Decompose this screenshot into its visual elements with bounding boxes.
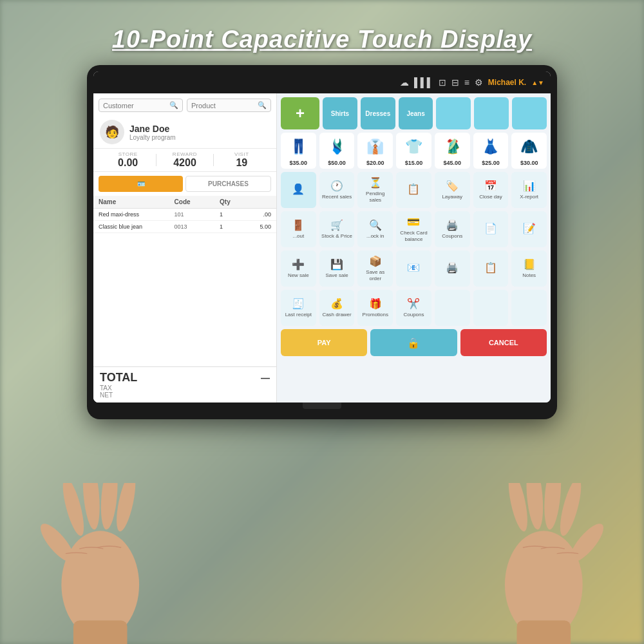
cat-jeans-button[interactable]: Jeans	[399, 97, 433, 129]
action-7b-button[interactable]: 📝	[511, 211, 547, 247]
last-receipt-button[interactable]: 🧾 Last receipt	[281, 290, 316, 326]
product-item-5[interactable]: 🥻 $45.00	[435, 133, 470, 169]
row1-name: Red maxi-dress	[99, 211, 175, 218]
action-6d-button[interactable]	[473, 290, 509, 326]
promotions-button[interactable]: 🎁 Promotions	[357, 290, 393, 326]
action-7d-button[interactable]	[511, 290, 547, 326]
action-4-icon: 📋	[407, 183, 420, 195]
lock-button[interactable]: 🔒	[370, 329, 457, 356]
product-search-input[interactable]	[191, 102, 256, 109]
svg-point-5	[61, 531, 139, 638]
save-sale-icon: 💾	[330, 258, 343, 270]
action-6b-icon: 📄	[484, 222, 497, 234]
product-price-1: $35.00	[290, 160, 308, 166]
cash-drawer-button[interactable]: 💰 Cash drawer	[319, 290, 355, 326]
product-item-6[interactable]: 👗 $25.00	[473, 133, 509, 169]
save-order-icon: 📦	[369, 255, 382, 267]
visit-stat: VISIT 19	[214, 151, 270, 169]
new-sale-button[interactable]: ➕ New sale	[281, 251, 316, 287]
product-item-1[interactable]: 👖 $35.00	[281, 133, 316, 169]
save-sale-label: Save sale	[325, 272, 348, 279]
visit-label: VISIT	[214, 151, 270, 157]
table-row: Red maxi-dress 101 1 .00	[93, 209, 276, 221]
screen-icon: ⊡	[439, 77, 446, 88]
table-header: Name Code Qty	[93, 196, 276, 209]
notes-button[interactable]: 📒 Notes	[511, 251, 547, 287]
add-customer-button[interactable]: 👤	[281, 172, 316, 208]
svg-point-10	[505, 483, 531, 533]
coupons-button[interactable]: ✂️ Coupons	[396, 290, 431, 326]
customer-search-box[interactable]: 🔍	[99, 99, 183, 112]
x-report-button[interactable]: 📊 X-report	[511, 172, 547, 208]
hands-overlay	[0, 477, 644, 644]
right-panel: + Shirts Dresses Jeans 👖 $35.00	[277, 93, 551, 402]
pay-button[interactable]: PAY	[281, 329, 367, 356]
layaway-label: Layaway	[442, 194, 462, 200]
reward-label: REWARD	[156, 151, 213, 157]
product-search-box[interactable]: 🔍	[187, 99, 271, 112]
save-sale-button[interactable]: 💾 Save sale	[319, 251, 355, 287]
svg-point-4	[35, 519, 79, 567]
product-price-7: $30.00	[520, 160, 538, 166]
stock-price-button[interactable]: 🛒 Stock & Price	[319, 211, 355, 247]
net-label: NET	[100, 392, 270, 399]
customer-search-input[interactable]	[103, 102, 167, 109]
product-item-7[interactable]: 🧥 $30.00	[511, 133, 547, 169]
action-4c-button[interactable]: 📧	[396, 251, 431, 287]
add-customer-icon: 👤	[292, 183, 305, 195]
svg-point-1	[80, 483, 102, 530]
product-img-3: 👔	[366, 135, 384, 158]
layaway-button[interactable]: 🏷️ Layaway	[435, 172, 470, 208]
recent-sales-button[interactable]: 🕐 Recent sales	[319, 172, 355, 208]
cat-shirts-button[interactable]: Shirts	[323, 97, 357, 129]
promotions-label: Promotions	[363, 312, 388, 318]
products-row: 👖 $35.00 🩱 $50.00 👔 $20.00 👕	[281, 133, 547, 169]
close-day-button[interactable]: 📅 Close day	[473, 172, 509, 208]
action-5c-button[interactable]: 🖨️	[435, 251, 470, 287]
clock-in-button[interactable]: 🔍 ...ock in	[357, 211, 393, 247]
totals-area: TOTAL — TAX NET	[93, 366, 276, 402]
id-tab-button[interactable]: 🪪	[99, 176, 183, 192]
row1-code: 101	[175, 211, 220, 218]
promotions-icon: 🎁	[369, 298, 382, 310]
add-product-button[interactable]: +	[281, 97, 319, 129]
svg-rect-13	[517, 621, 571, 644]
col-header-code: Code	[175, 198, 220, 205]
cat-6-button[interactable]	[512, 97, 547, 129]
stock-price-icon: 🛒	[330, 219, 343, 231]
action-6b-button[interactable]: 📄	[473, 211, 509, 247]
recent-sales-label: Recent sales	[322, 194, 352, 200]
coupons-icon: ✂️	[407, 298, 420, 310]
action-5d-button[interactable]	[435, 290, 470, 326]
product-price-6: $25.00	[482, 160, 500, 166]
print-coupons-button[interactable]: 🖨️ Coupons	[435, 211, 470, 247]
row2-code: 0013	[175, 223, 220, 230]
customer-avatar: 🧑	[100, 120, 124, 144]
product-item-2[interactable]: 🩱 $50.00	[319, 133, 355, 169]
action-4-button[interactable]: 📋	[396, 172, 431, 208]
print-coupons-icon: 🖨️	[446, 219, 459, 231]
row2-name: Classic blue jean	[99, 223, 175, 230]
product-item-3[interactable]: 👔 $20.00	[357, 133, 393, 169]
monitor-stand	[303, 402, 341, 409]
gear-icon: ⚙	[475, 77, 483, 88]
checkout-button[interactable]: 🚪 ...out	[281, 211, 316, 247]
cat-dresses-button[interactable]: Dresses	[361, 97, 395, 129]
save-order-button[interactable]: 📦 Save as order	[357, 251, 393, 287]
product-img-7: 🧥	[520, 135, 538, 158]
purchases-tab-button[interactable]: PURCHASES	[185, 176, 271, 192]
cancel-button[interactable]: CANCEL	[460, 329, 547, 356]
product-img-4: 👕	[405, 135, 422, 158]
svg-point-3	[113, 483, 139, 533]
product-item-4[interactable]: 👕 $15.00	[396, 133, 431, 169]
pending-sales-button[interactable]: ⏳ Pending sales	[357, 172, 393, 208]
action-tabs: 🪪 PURCHASES	[99, 176, 271, 192]
row2-price: 5.00	[241, 223, 271, 230]
cat-5-button[interactable]	[474, 97, 509, 129]
action-6c-button[interactable]: 📋	[473, 251, 509, 287]
card-balance-button[interactable]: 💳 Check Card balance	[396, 211, 431, 247]
store-label: STORE	[100, 151, 156, 157]
cat-4-button[interactable]	[436, 97, 471, 129]
cash-drawer-icon: 💰	[330, 298, 343, 310]
card-balance-label: Check Card balance	[398, 230, 430, 242]
